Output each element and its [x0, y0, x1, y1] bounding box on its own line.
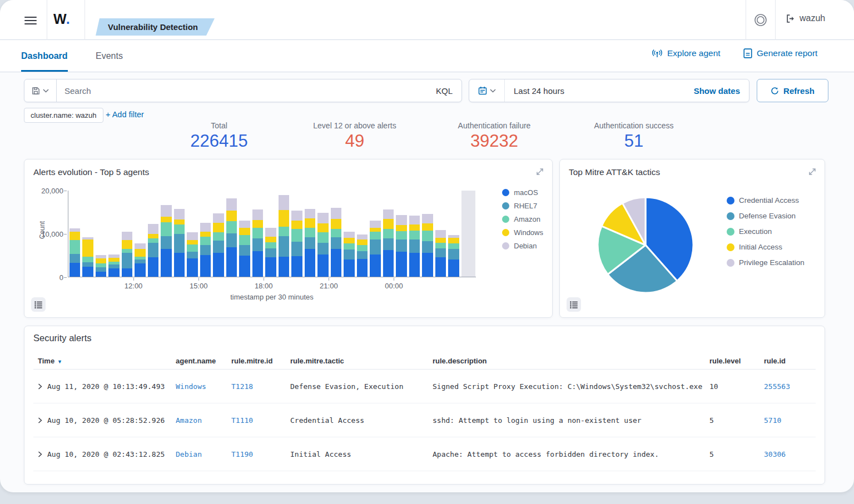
mitre-id-link[interactable]: T1190 [227, 450, 286, 458]
bar-column[interactable] [69, 191, 80, 277]
legend-item-defense-evasion[interactable]: Defense Evasion [727, 212, 805, 220]
logout-button[interactable]: wazuh [786, 13, 825, 23]
tab-dashboard[interactable]: Dashboard [21, 40, 68, 72]
bar-segment-windows [82, 239, 93, 257]
bar-column[interactable] [435, 191, 446, 277]
menu-icon[interactable] [24, 14, 39, 26]
expand-row-icon[interactable] [38, 417, 42, 423]
wazuh-logo[interactable]: W. [53, 11, 70, 27]
mitre-tactic-cell: Defense Evasion, Execution [286, 382, 428, 391]
legend-item-credential-access[interactable]: Credential Access [727, 196, 805, 204]
explore-agent-button[interactable]: Explore agent [652, 48, 721, 58]
rule-id-link[interactable]: 255563 [759, 382, 816, 391]
agent-name-link[interactable]: Debian [171, 450, 227, 458]
legend-item-rhel7[interactable]: RHEL7 [502, 202, 543, 210]
legend-item-execution[interactable]: Execution [727, 227, 805, 236]
legend-item-debian[interactable]: Debian [502, 242, 543, 250]
bar-column[interactable] [96, 191, 106, 277]
bar-column[interactable] [108, 191, 119, 277]
rule-id-link[interactable]: 30306 [759, 450, 816, 458]
filter-chip[interactable]: cluster.name: wazuh [24, 108, 103, 123]
bar-column[interactable] [135, 191, 145, 277]
panel-title: Top Mitre ATT&K tactics [569, 167, 660, 177]
bar-column[interactable] [187, 191, 197, 277]
bar-column[interactable] [279, 191, 289, 277]
agent-name-link[interactable]: Windows [171, 382, 227, 391]
bar-column[interactable] [82, 191, 93, 277]
bar-column[interactable] [305, 191, 315, 277]
mitre-id-link[interactable]: T1110 [227, 416, 286, 425]
time-value: Aug 10, 2020 @ 05:28:52.926 [47, 416, 165, 425]
bar-segment-rhel7 [331, 237, 341, 248]
bar-column[interactable] [174, 191, 185, 277]
expand-row-icon[interactable] [38, 383, 42, 390]
bar-column[interactable] [317, 191, 328, 277]
column-header-rule-mitre-id[interactable]: rule.mitre.id [227, 357, 286, 365]
legend-item-windows[interactable]: Windows [502, 228, 543, 237]
bar-segment-rhel7 [226, 233, 237, 248]
legend-dot [727, 197, 734, 204]
bar-segment-amazon [187, 244, 197, 252]
expand-icon[interactable] [808, 167, 817, 176]
refresh-button[interactable]: Refresh [757, 79, 828, 102]
legend-item-initial-access[interactable]: Initial Access [727, 243, 805, 251]
column-header-agent-name[interactable]: agent.name [171, 357, 227, 365]
rule-id-link[interactable]: 5710 [759, 416, 816, 425]
security-alerts-panel: Security alerts Time▼agent.namerule.mitr… [24, 326, 825, 485]
bar-column[interactable] [409, 191, 420, 277]
bar-column[interactable] [239, 191, 250, 277]
time-range-value[interactable]: Last 24 hours [505, 86, 685, 96]
bar-column[interactable] [122, 191, 132, 277]
expand-icon[interactable] [535, 167, 544, 176]
bar-column[interactable] [448, 191, 459, 277]
search-input[interactable] [57, 79, 427, 102]
bar-segment-windows [435, 238, 446, 243]
bar-column[interactable] [396, 191, 406, 277]
bar-column-partial[interactable] [461, 191, 475, 277]
bar-column[interactable] [291, 191, 302, 277]
bar-column[interactable] [370, 191, 380, 277]
inspect-list-icon[interactable] [567, 297, 581, 312]
show-dates-button[interactable]: Show dates [685, 86, 749, 96]
bar-column[interactable] [265, 191, 276, 277]
legend-item-macos[interactable]: macOS [502, 188, 543, 197]
bar-column[interactable] [357, 191, 368, 277]
top-header-bar: W. Vulnerability Detection wazuh [0, 0, 854, 40]
bar-column[interactable] [331, 191, 341, 277]
bar-segment-macos [291, 256, 302, 277]
status-ring-icon[interactable] [753, 13, 768, 27]
bar-column[interactable] [200, 191, 211, 277]
inspect-list-icon[interactable] [31, 297, 46, 312]
generate-report-button[interactable]: Generate report [743, 48, 817, 58]
column-header-time[interactable]: Time▼ [33, 357, 171, 365]
breadcrumb[interactable]: Vulnerability Detection [96, 18, 215, 36]
calendar-button[interactable] [469, 79, 505, 102]
legend-item-privilege-escalation[interactable]: Privilege Escalation [727, 258, 805, 267]
column-header-rule-mitre-tactic[interactable]: rule.mitre.tactic [286, 357, 428, 365]
column-header-rule-id[interactable]: rule.id [759, 357, 816, 365]
bar-column[interactable] [213, 191, 224, 277]
column-header-rule-level[interactable]: rule.level [705, 357, 759, 365]
legend-item-amazon[interactable]: Amazon [502, 215, 543, 223]
bar-column[interactable] [252, 191, 263, 277]
bar-segment-rhel7 [213, 241, 224, 253]
bar-column[interactable] [161, 191, 171, 277]
agent-name-link[interactable]: Amazon [171, 416, 227, 425]
saved-queries-button[interactable] [24, 79, 57, 102]
stat-label: Authentication failure [458, 121, 531, 130]
add-filter-button[interactable]: + Add filter [106, 110, 144, 119]
bar-column[interactable] [422, 191, 433, 277]
bar-segment-amazon [305, 228, 315, 237]
bar-column[interactable] [383, 191, 394, 277]
bar-segment-amazon [122, 249, 132, 253]
mitre-id-link[interactable]: T1218 [227, 382, 286, 391]
expand-row-icon[interactable] [38, 451, 42, 457]
bar-column[interactable] [148, 191, 158, 277]
bar-segment-debian [396, 215, 406, 225]
tab-events[interactable]: Events [96, 40, 123, 72]
bar-column[interactable] [226, 191, 237, 277]
kql-button[interactable]: KQL [427, 86, 461, 96]
column-header-rule-description[interactable]: rule.description [428, 357, 705, 365]
stat-1: Level 12 or above alerts49 [313, 121, 396, 151]
bar-column[interactable] [344, 191, 354, 277]
